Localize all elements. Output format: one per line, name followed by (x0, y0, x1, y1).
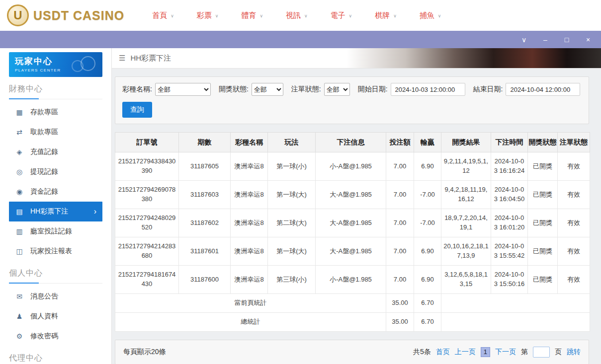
sidebar-item-profile[interactable]: ♟ 個人資料 (9, 306, 102, 326)
sidebar-item-recharge-records[interactable]: ◈ 充值記錄 (9, 142, 102, 162)
sidebar-item-deposit[interactable]: ▦ 存款專區 (9, 102, 102, 122)
summary-body: 當前頁統計 35.00 6.70 總統計 35.00 6.70 (115, 294, 590, 332)
nav-item-live-video[interactable]: 視訊 ∨ (286, 11, 308, 20)
sidebar-item-cashout-records[interactable]: ◎ 提現記錄 (9, 162, 102, 182)
cell-play: 第一球(小) (268, 152, 316, 181)
logo-text: USDT CASINO (33, 8, 124, 23)
cell-result: 20,10,16,2,18,17,13,9 (441, 237, 491, 266)
funds-icon: ◉ (15, 188, 24, 196)
next-page-link[interactable]: 下一页 (495, 348, 516, 357)
main-nav: 首頁 ∨ 彩票 ∨ 體育 ∨ 視訊 ∨ 電子 ∨ 棋牌 ∨ 捕魚 ∨ (152, 11, 441, 20)
lottery-name-select[interactable]: 全部 (155, 83, 211, 96)
sidebar-item-funds-records[interactable]: ◉ 資金記錄 (9, 182, 102, 202)
cell-result: 9,4,2,18,11,19,16,12 (441, 181, 491, 209)
section-title-agent: 代理中心 (9, 353, 102, 364)
cell-lottery: 澳洲幸运8 (231, 152, 268, 181)
current-page-summary-row: 當前頁統計 35.00 6.70 (115, 294, 590, 313)
start-date-input[interactable] (391, 83, 465, 96)
nav-item-slots[interactable]: 電子 ∨ (331, 11, 352, 20)
sidebar-item-change-password[interactable]: ⚙ 修改密碼 (9, 326, 102, 346)
first-page-link[interactable]: 首页 (436, 348, 450, 357)
cell-order-status: 有效 (558, 152, 590, 181)
deposit-icon: ▦ (15, 108, 24, 116)
table-row: 215217279426907838031187603澳洲幸运8第一球(大)大-… (115, 181, 590, 209)
menu-icon[interactable]: ☰ (119, 54, 125, 63)
jump-link[interactable]: 跳转 (567, 348, 581, 357)
chevron-down-icon: ∨ (304, 12, 308, 18)
draw-status-select[interactable]: 全部 (252, 83, 283, 96)
cell-order-no: 2152172794338430390 (115, 152, 179, 181)
nav-item-sports[interactable]: 體育 ∨ (241, 11, 263, 20)
prev-page-link[interactable]: 上一页 (455, 348, 476, 357)
total-count: 共5条 (413, 348, 431, 357)
order-status-select[interactable]: 全部 (324, 83, 350, 96)
cell-period: 31187601 (179, 237, 231, 266)
summary-empty (441, 313, 590, 332)
pagination-controls: 共5条 首页 上一页 1 下一页 第 页 跳转 (413, 347, 581, 358)
cell-lottery: 澳洲幸运8 (231, 209, 268, 237)
sidebar-item-label: HH彩票下注 (30, 207, 68, 216)
window-minimize-icon[interactable]: – (541, 36, 549, 43)
section-title-finance: 財務中心 (9, 84, 102, 99)
nav-label: 捕魚 (420, 11, 434, 20)
chevron-down-icon: ∨ (438, 12, 441, 18)
sidebar-item-hall-bet-records[interactable]: ▥ 廳室投註記錄 (9, 221, 102, 241)
section-title-personal: 個人中心 (9, 268, 102, 284)
sidebar-item-announcements[interactable]: ✉ 消息公告 (9, 287, 102, 306)
chevron-down-icon: ∨ (215, 12, 219, 18)
page-number-input[interactable] (533, 347, 550, 358)
sidebar-item-label: 資金記錄 (30, 187, 58, 196)
nav-item-card-games[interactable]: 棋牌 ∨ (375, 11, 397, 20)
cell-bet-info: 大-A盤@1.985 (316, 237, 386, 266)
table-header-row: 訂單號 期數 彩種名稱 玩法 下注信息 投注額 輸贏 開獎結果 下注時間 開獎狀… (115, 133, 590, 152)
col-draw-status: 開獎狀態 (528, 133, 558, 152)
filter-row: 彩種名稱: 全部 開獎狀態: 全部 注單狀態: 全部 開始日期: 結束日期: (122, 83, 582, 96)
chevron-down-icon: ∨ (259, 12, 263, 18)
draw-status-label: 開獎狀態: (219, 85, 249, 94)
nav-label: 彩票 (197, 11, 212, 20)
cell-draw-status: 已開獎 (528, 181, 558, 209)
finance-menu: ▦ 存款專區 ⇄ 取款專區 ◈ 充值記錄 ◎ 提現記錄 ◉ 資金記錄 ▤ HH彩… (0, 102, 111, 261)
nav-item-lottery[interactable]: 彩票 ∨ (197, 11, 219, 20)
query-button[interactable]: 查詢 (122, 102, 152, 118)
nav-item-fishing[interactable]: 捕魚 ∨ (420, 11, 441, 20)
breadcrumb: ☰ HH彩票下注 (112, 48, 601, 69)
cell-order-status: 有效 (558, 209, 590, 237)
summary-winloss-total: 6.70 (414, 313, 441, 332)
nav-item-home[interactable]: 首頁 ∨ (152, 11, 174, 20)
top-header: U USDT CASINO 首頁 ∨ 彩票 ∨ 體育 ∨ 視訊 ∨ 電子 ∨ 棋… (0, 0, 601, 31)
pagination-bar: 每頁顯示20條 共5条 首页 上一页 1 下一页 第 页 跳转 (115, 340, 589, 364)
window-close-icon[interactable]: × (584, 36, 592, 43)
page-size-text: 每頁顯示20條 (123, 348, 166, 357)
sidebar-item-hh-lottery-bets[interactable]: ▤ HH彩票下注 › (9, 202, 102, 221)
cell-winloss: -7.00 (414, 181, 441, 209)
nav-label: 棋牌 (375, 11, 390, 20)
bell-icon: ✉ (15, 292, 24, 300)
cell-bet-info: 小-A盤@1.985 (316, 152, 386, 181)
window-rollup-icon[interactable]: ∨ (520, 36, 528, 43)
gear-icon: ⚙ (15, 332, 24, 340)
cell-winloss: 6.90 (414, 266, 441, 294)
cell-winloss: -7.00 (414, 209, 441, 237)
cell-time: 2024-10-03 15:55:42 (491, 237, 528, 266)
window-maximize-icon[interactable]: □ (563, 36, 571, 43)
sidebar-item-label: 提現記錄 (30, 167, 58, 176)
cell-lottery: 澳洲幸运8 (231, 237, 268, 266)
transfer-icon: ⇄ (15, 128, 24, 136)
end-date-input[interactable] (506, 83, 580, 96)
cell-lottery: 澳洲幸运8 (231, 181, 268, 209)
col-win-loss: 輸贏 (414, 133, 441, 152)
current-page: 1 (481, 347, 490, 357)
end-date-label: 結束日期: (473, 85, 503, 94)
cell-time: 2024-10-03 16:16:24 (491, 152, 528, 181)
lottery-name-label: 彩種名稱: (122, 85, 152, 94)
col-draw-result: 開獎結果 (441, 133, 491, 152)
page-suffix: 页 (555, 348, 562, 357)
cell-order-status: 有效 (558, 266, 590, 294)
sidebar-item-player-bet-report[interactable]: ◫ 玩家投注報表 (9, 241, 102, 261)
sidebar-item-withdraw[interactable]: ⇄ 取款專區 (9, 122, 102, 142)
cell-order-no: 2152172794181674430 (115, 266, 179, 294)
col-order-status: 注單狀態 (558, 133, 590, 152)
cell-order-no: 2152172794214283680 (115, 237, 179, 266)
col-bet-time: 下注時間 (491, 133, 528, 152)
